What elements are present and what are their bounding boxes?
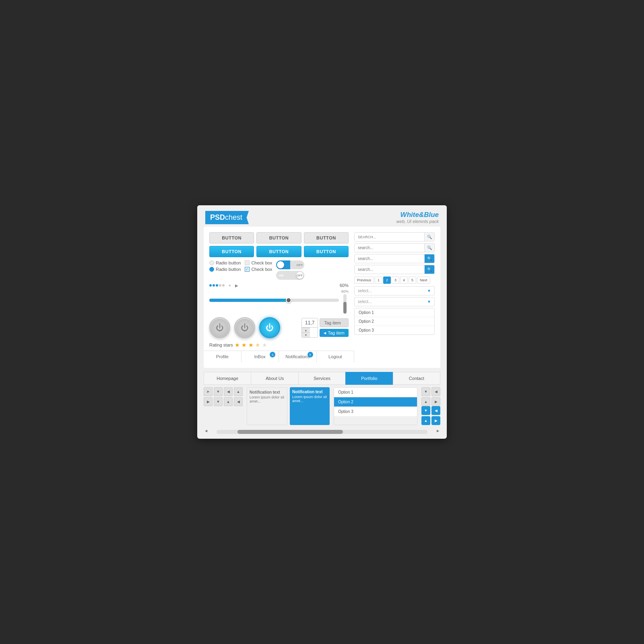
slider-stars-row: + ▶ 60% [209, 283, 349, 288]
title-line1: White&Blue [396, 211, 439, 219]
arrow-up-1[interactable]: ▲ [234, 387, 243, 396]
radio-item-1[interactable]: Radio button [209, 260, 241, 265]
rarrow-right-b[interactable]: ▶ [431, 416, 440, 425]
arrow-row-2: ▶ ▼ ▲ ◀ [204, 397, 243, 406]
page-1[interactable]: 1 [375, 277, 382, 284]
nav-services[interactable]: Services [298, 372, 345, 385]
option-right-2[interactable]: Option 2 [355, 317, 434, 326]
right-arrows: ▼ ◀ ▲ ▶ ▼ ◀ ▲ ▶ [421, 387, 440, 425]
check-item-1[interactable]: Check box [245, 260, 272, 265]
option-right-3[interactable]: Option 3 [355, 326, 434, 334]
nav-portfolio[interactable]: Portfolio [345, 372, 392, 385]
rarrow-left-b[interactable]: ◀ [431, 406, 440, 415]
notif-body-1: Lorem ipsum dolor sit amet... [250, 395, 285, 403]
button-4[interactable]: BUTTON [209, 246, 254, 257]
pagination: Previous 1 2 3 4 5 Next [354, 277, 435, 284]
rarrow-down[interactable]: ▼ [421, 387, 430, 396]
arrow-down-1[interactable]: ▼ [214, 387, 223, 396]
option-right-1[interactable]: Option 1 [355, 308, 434, 317]
page-prev[interactable]: Previous [354, 277, 374, 284]
search-input-1[interactable] [355, 233, 424, 241]
slider-bar[interactable] [209, 299, 339, 302]
arrow-up-2[interactable]: ▲ [224, 397, 233, 406]
button-1[interactable]: BUTTON [209, 232, 254, 244]
star-4[interactable]: ★ [255, 342, 260, 348]
tag-1[interactable]: Tag item [320, 318, 349, 327]
search-input-4[interactable] [355, 265, 424, 274]
option-list-bottom: Option 1 Option 2 Option 3 [334, 387, 417, 425]
star-5[interactable]: ★ [262, 342, 267, 348]
search-input-2[interactable] [355, 244, 424, 252]
power-btn-2[interactable]: ⏻ [234, 317, 255, 338]
button-3[interactable]: BUTTON [304, 232, 349, 244]
hscroll-right-arrow[interactable]: ▶ [436, 428, 440, 433]
title-line2: web, UI elemnts pack [396, 219, 439, 224]
tag-2[interactable]: ◀ Tag item [320, 329, 349, 337]
arrow-left-2[interactable]: ◀ [234, 397, 243, 406]
page-next[interactable]: Next [417, 277, 430, 284]
power-btn-1[interactable]: ⏻ [209, 317, 230, 338]
hscroll-bar[interactable] [217, 430, 427, 434]
toggle-1[interactable]: ON OFF [276, 260, 304, 269]
rarrow-down-b[interactable]: ▼ [421, 406, 430, 415]
select-1[interactable]: select... ▼ [354, 286, 435, 295]
page-3[interactable]: 3 [392, 277, 399, 284]
option-b-2[interactable]: Option 2 [334, 397, 417, 407]
power-btn-3[interactable]: ⏻ [259, 317, 280, 338]
radio-dot-1 [209, 260, 214, 265]
arrow-right-1[interactable]: ➤ [204, 387, 213, 396]
rarrow-right[interactable]: ▶ [431, 397, 440, 406]
search-btn-2[interactable]: 🔍 [424, 244, 434, 252]
bottom-section: ➤ ▼ ◀ ▲ ▶ ▼ ▲ ◀ Notification text Lorem … [204, 387, 440, 425]
button-5[interactable]: BUTTON [256, 246, 301, 257]
logo: PSDchest [205, 211, 249, 224]
rarrow-up-b[interactable]: ▲ [421, 416, 430, 425]
rarrow-left[interactable]: ◀ [431, 387, 440, 396]
arrow-right-2[interactable]: ▶ [204, 397, 213, 406]
arrow-left-1[interactable]: ◀ [224, 387, 233, 396]
star-2[interactable]: ★ [242, 342, 247, 348]
rarrow-up[interactable]: ▲ [421, 397, 430, 406]
nav-homepage[interactable]: Homepage [204, 372, 251, 385]
select-2[interactable]: select... ▼ [354, 297, 435, 306]
button-6[interactable]: BUTTON [304, 246, 349, 257]
left-panel: BUTTON BUTTON BUTTON BUTTON BUTTON BUTTO… [209, 232, 349, 362]
nav-contact[interactable]: Contact [393, 372, 440, 385]
hscroll-left-arrow[interactable]: ◀ [204, 428, 208, 433]
check-label-2: Check box [251, 267, 272, 272]
num-down[interactable]: ▼ [302, 332, 310, 337]
rating-label: Rating stars [209, 343, 233, 347]
star-3[interactable]: ★ [248, 342, 254, 348]
search-btn-3[interactable]: 🔍 [424, 254, 434, 263]
check-item-2[interactable]: ✓ Check box [245, 267, 272, 272]
tab-inbox[interactable]: InBox 3 [242, 351, 279, 362]
arrow-down-2[interactable]: ▼ [214, 397, 223, 406]
option-b-3[interactable]: Option 3 [334, 407, 417, 416]
check-group: Check box ✓ Check box [245, 260, 272, 272]
search-btn-1[interactable]: 🔍 [424, 233, 434, 241]
tab-notifications[interactable]: Notifications 5 [279, 351, 317, 362]
toggle-2[interactable]: ON OFF [276, 271, 304, 280]
page-2[interactable]: 2 [383, 277, 391, 284]
search-btn-4[interactable]: 🔍 [424, 265, 434, 274]
nav-about[interactable]: About Us [251, 372, 298, 385]
slider-thumb[interactable] [286, 297, 291, 303]
select-1-arrow: ▼ [427, 289, 431, 293]
hscroll-thumb[interactable] [237, 430, 343, 434]
tab-profile[interactable]: Profile [204, 351, 242, 362]
arrow-buttons: ➤ ▼ ◀ ▲ ▶ ▼ ▲ ◀ [204, 387, 243, 425]
star-dots [209, 284, 225, 287]
hscroll-section: ◀ ▶ [204, 427, 440, 434]
right-panel: 🔍 🔍 🔍 🔍 Previous 1 2 3 4 5 [354, 232, 435, 362]
search-input-3[interactable] [355, 254, 424, 263]
page-5[interactable]: 5 [409, 277, 416, 284]
tab-profile-label: Profile [216, 354, 229, 359]
radio-item-2[interactable]: Radio button [209, 267, 241, 272]
button-2[interactable]: BUTTON [256, 232, 301, 244]
star-1[interactable]: ★ [235, 342, 240, 348]
num-up[interactable]: ▲ [302, 328, 310, 332]
toggle-1-off-label: OFF [296, 263, 303, 267]
page-4[interactable]: 4 [400, 277, 408, 284]
option-b-1[interactable]: Option 1 [334, 388, 417, 397]
tab-logout[interactable]: Logout [317, 351, 355, 362]
